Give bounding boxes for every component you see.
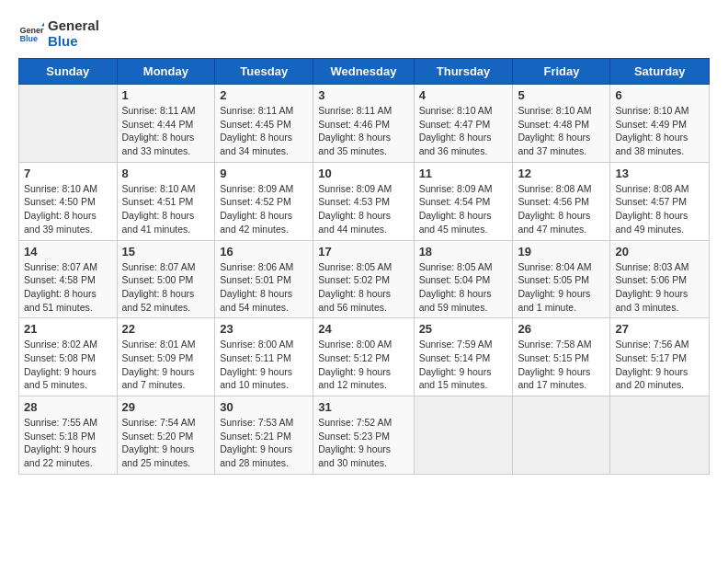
col-header-tuesday: Tuesday [215, 59, 313, 85]
day-cell: 11Sunrise: 8:09 AMSunset: 4:54 PMDayligh… [414, 162, 513, 240]
day-cell: 28Sunrise: 7:55 AMSunset: 5:18 PMDayligh… [19, 396, 118, 475]
day-cell: 29Sunrise: 7:54 AMSunset: 5:20 PMDayligh… [117, 396, 215, 475]
day-number: 13 [615, 167, 704, 180]
svg-text:Blue: Blue [19, 34, 38, 43]
day-number: 14 [24, 245, 112, 259]
day-info: Sunrise: 8:11 AMSunset: 4:44 PMDaylight:… [122, 104, 210, 158]
day-number: 29 [122, 400, 210, 414]
day-cell: 19Sunrise: 8:04 AMSunset: 5:05 PMDayligh… [513, 240, 610, 318]
day-number: 21 [24, 322, 112, 336]
col-header-wednesday: Wednesday [313, 59, 414, 85]
day-info: Sunrise: 8:10 AMSunset: 4:48 PMDaylight:… [518, 104, 605, 158]
day-cell: 21Sunrise: 8:02 AMSunset: 5:08 PMDayligh… [19, 318, 118, 396]
day-info: Sunrise: 8:09 AMSunset: 4:53 PMDaylight:… [318, 182, 408, 236]
day-cell [610, 396, 710, 475]
day-number: 9 [220, 167, 308, 180]
day-info: Sunrise: 8:09 AMSunset: 4:52 PMDaylight:… [220, 182, 308, 236]
day-cell: 12Sunrise: 8:08 AMSunset: 4:56 PMDayligh… [513, 162, 610, 240]
day-number: 8 [122, 167, 210, 180]
day-cell: 6Sunrise: 8:10 AMSunset: 4:49 PMDaylight… [610, 85, 710, 163]
day-cell: 15Sunrise: 8:07 AMSunset: 5:00 PMDayligh… [117, 240, 215, 318]
day-cell: 18Sunrise: 8:05 AMSunset: 5:04 PMDayligh… [414, 240, 513, 318]
day-number: 18 [419, 245, 508, 259]
day-cell [19, 85, 118, 163]
day-cell: 7Sunrise: 8:10 AMSunset: 4:50 PMDaylight… [19, 162, 118, 240]
day-info: Sunrise: 8:05 AMSunset: 5:04 PMDaylight:… [419, 260, 508, 315]
day-cell: 1Sunrise: 8:11 AMSunset: 4:44 PMDaylight… [117, 85, 215, 163]
day-info: Sunrise: 8:03 AMSunset: 5:06 PMDaylight:… [615, 260, 704, 315]
day-number: 31 [318, 400, 408, 414]
day-info: Sunrise: 7:55 AMSunset: 5:18 PMDaylight:… [24, 416, 112, 470]
day-number: 24 [318, 322, 408, 336]
day-number: 6 [615, 88, 704, 102]
calendar-header-row: SundayMondayTuesdayWednesdayThursdayFrid… [19, 59, 710, 85]
day-number: 25 [419, 322, 508, 336]
day-info: Sunrise: 8:06 AMSunset: 5:01 PMDaylight:… [220, 260, 308, 315]
week-row-3: 14Sunrise: 8:07 AMSunset: 4:58 PMDayligh… [19, 240, 710, 318]
calendar-table: SundayMondayTuesdayWednesdayThursdayFrid… [18, 58, 710, 475]
logo-text-general: General [48, 18, 99, 34]
day-number: 27 [615, 322, 704, 336]
week-row-2: 7Sunrise: 8:10 AMSunset: 4:50 PMDaylight… [19, 162, 710, 240]
day-number: 4 [419, 88, 508, 102]
day-number: 1 [122, 88, 210, 102]
day-info: Sunrise: 8:11 AMSunset: 4:46 PMDaylight:… [318, 104, 408, 158]
day-cell: 3Sunrise: 8:11 AMSunset: 4:46 PMDaylight… [313, 85, 414, 163]
day-cell: 25Sunrise: 7:59 AMSunset: 5:14 PMDayligh… [414, 318, 513, 396]
day-number: 7 [24, 167, 112, 180]
day-info: Sunrise: 8:00 AMSunset: 5:12 PMDaylight:… [318, 338, 408, 392]
day-info: Sunrise: 8:04 AMSunset: 5:05 PMDaylight:… [518, 260, 605, 315]
day-number: 16 [220, 245, 308, 259]
day-info: Sunrise: 8:10 AMSunset: 4:47 PMDaylight:… [419, 104, 508, 158]
header: General Blue General Blue [18, 18, 710, 49]
day-number: 3 [318, 88, 408, 102]
week-row-5: 28Sunrise: 7:55 AMSunset: 5:18 PMDayligh… [19, 396, 710, 475]
day-info: Sunrise: 7:59 AMSunset: 5:14 PMDaylight:… [419, 338, 508, 392]
week-row-1: 1Sunrise: 8:11 AMSunset: 4:44 PMDaylight… [19, 85, 710, 163]
col-header-sunday: Sunday [19, 59, 118, 85]
logo-icon: General Blue [18, 21, 44, 47]
day-info: Sunrise: 8:11 AMSunset: 4:45 PMDaylight:… [220, 104, 308, 158]
day-info: Sunrise: 8:07 AMSunset: 5:00 PMDaylight:… [122, 260, 210, 315]
day-number: 2 [220, 88, 308, 102]
day-number: 15 [122, 245, 210, 259]
svg-text:General: General [19, 25, 44, 34]
day-number: 19 [518, 245, 605, 259]
day-cell: 31Sunrise: 7:52 AMSunset: 5:23 PMDayligh… [313, 396, 414, 475]
day-cell: 30Sunrise: 7:53 AMSunset: 5:21 PMDayligh… [215, 396, 313, 475]
day-info: Sunrise: 7:53 AMSunset: 5:21 PMDaylight:… [220, 416, 308, 470]
day-info: Sunrise: 8:10 AMSunset: 4:51 PMDaylight:… [122, 182, 210, 236]
day-info: Sunrise: 8:10 AMSunset: 4:49 PMDaylight:… [615, 104, 704, 158]
day-cell: 8Sunrise: 8:10 AMSunset: 4:51 PMDaylight… [117, 162, 215, 240]
day-info: Sunrise: 7:52 AMSunset: 5:23 PMDaylight:… [318, 416, 408, 470]
day-number: 5 [518, 88, 605, 102]
day-cell [513, 396, 610, 475]
day-cell [414, 396, 513, 475]
day-number: 26 [518, 322, 605, 336]
day-info: Sunrise: 8:00 AMSunset: 5:11 PMDaylight:… [220, 338, 308, 392]
day-cell: 26Sunrise: 7:58 AMSunset: 5:15 PMDayligh… [513, 318, 610, 396]
day-cell: 2Sunrise: 8:11 AMSunset: 4:45 PMDaylight… [215, 85, 313, 163]
day-cell: 23Sunrise: 8:00 AMSunset: 5:11 PMDayligh… [215, 318, 313, 396]
logo: General Blue General Blue [18, 18, 99, 49]
day-number: 10 [318, 167, 408, 180]
day-number: 12 [518, 167, 605, 180]
day-number: 17 [318, 245, 408, 259]
col-header-friday: Friday [513, 59, 610, 85]
col-header-thursday: Thursday [414, 59, 513, 85]
day-cell: 13Sunrise: 8:08 AMSunset: 4:57 PMDayligh… [610, 162, 710, 240]
day-number: 20 [615, 245, 704, 259]
col-header-monday: Monday [117, 59, 215, 85]
day-number: 22 [122, 322, 210, 336]
day-info: Sunrise: 7:56 AMSunset: 5:17 PMDaylight:… [615, 338, 704, 392]
day-number: 11 [419, 167, 508, 180]
day-cell: 24Sunrise: 8:00 AMSunset: 5:12 PMDayligh… [313, 318, 414, 396]
day-number: 28 [24, 400, 112, 414]
day-info: Sunrise: 8:07 AMSunset: 4:58 PMDaylight:… [24, 260, 112, 315]
day-cell: 22Sunrise: 8:01 AMSunset: 5:09 PMDayligh… [117, 318, 215, 396]
day-info: Sunrise: 8:08 AMSunset: 4:57 PMDaylight:… [615, 182, 704, 236]
col-header-saturday: Saturday [610, 59, 710, 85]
day-cell: 20Sunrise: 8:03 AMSunset: 5:06 PMDayligh… [610, 240, 710, 318]
day-cell: 27Sunrise: 7:56 AMSunset: 5:17 PMDayligh… [610, 318, 710, 396]
day-cell: 9Sunrise: 8:09 AMSunset: 4:52 PMDaylight… [215, 162, 313, 240]
